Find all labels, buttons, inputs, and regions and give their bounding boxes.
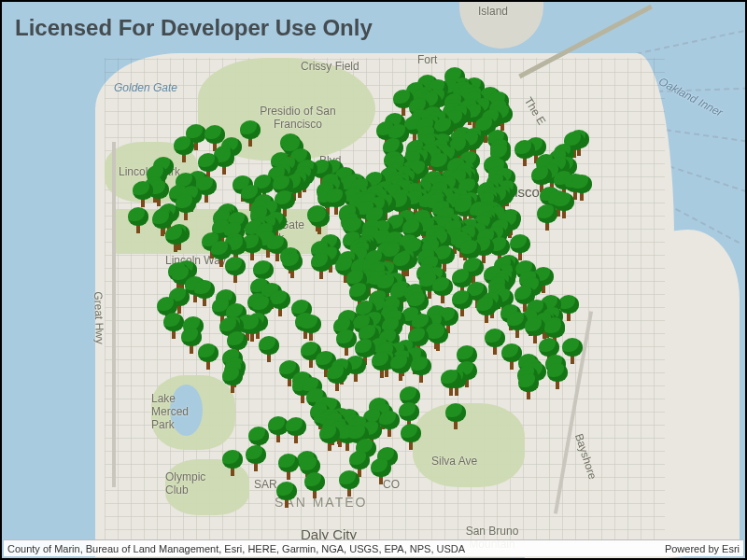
attribution-esri: Powered by Esri	[665, 543, 740, 554]
park-presidio	[198, 58, 375, 161]
road-great-hwy	[112, 142, 116, 487]
park-lincoln	[105, 142, 198, 203]
park-mclaren	[413, 403, 525, 487]
attribution-sources: County of Marin, Bureau of Land Manageme…	[7, 543, 465, 554]
map-view[interactable]: Golden Gate Oakland Inner Island Crissy …	[2, 2, 745, 558]
park-golden-gate	[112, 209, 327, 254]
attribution-bar: County of Marin, Bureau of Land Manageme…	[4, 539, 743, 556]
park-olympic-club	[165, 459, 249, 515]
lake-merced	[170, 385, 203, 436]
